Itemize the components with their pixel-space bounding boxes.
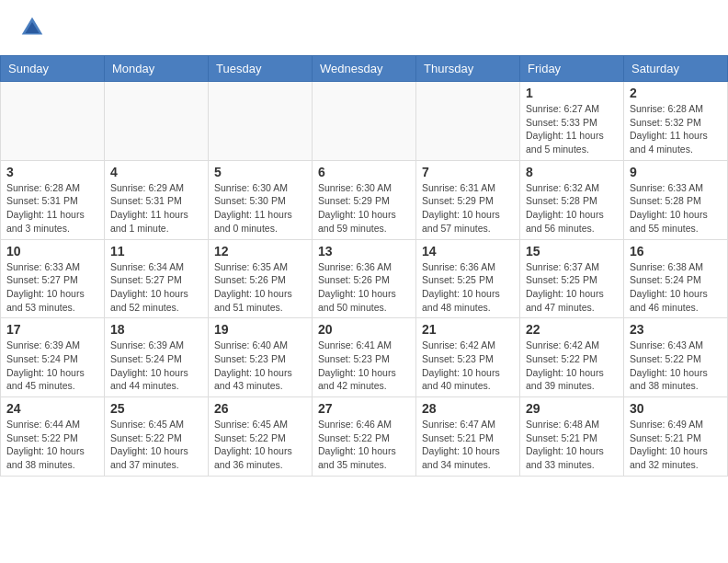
calendar-cell: 21Sunrise: 6:42 AM Sunset: 5:23 PM Dayli… [416,318,520,397]
day-number: 23 [630,322,722,337]
calendar-cell: 8Sunrise: 6:32 AM Sunset: 5:28 PM Daylig… [520,160,624,239]
calendar-cell: 26Sunrise: 6:45 AM Sunset: 5:22 PM Dayli… [209,397,313,477]
day-number: 12 [214,244,306,259]
logo [18,14,50,41]
calendar-cell: 28Sunrise: 6:47 AM Sunset: 5:21 PM Dayli… [416,397,520,477]
calendar-cell [209,82,313,161]
day-info: Sunrise: 6:33 AM Sunset: 5:28 PM Dayligh… [630,181,722,236]
calendar-cell [105,82,209,161]
week-row-5: 24Sunrise: 6:44 AM Sunset: 5:22 PM Dayli… [1,397,728,477]
day-info: Sunrise: 6:42 AM Sunset: 5:23 PM Dayligh… [422,339,514,393]
day-info: Sunrise: 6:39 AM Sunset: 5:24 PM Dayligh… [110,339,202,393]
day-number: 7 [422,165,514,179]
calendar-cell: 13Sunrise: 6:36 AM Sunset: 5:26 PM Dayli… [313,239,416,318]
day-number: 8 [526,165,618,179]
day-number: 30 [630,401,722,416]
day-info: Sunrise: 6:39 AM Sunset: 5:24 PM Dayligh… [6,339,98,393]
day-number: 17 [6,322,98,337]
header-thursday: Thursday [416,56,520,82]
day-number: 3 [6,165,98,179]
calendar-cell: 17Sunrise: 6:39 AM Sunset: 5:24 PM Dayli… [1,318,105,397]
week-row-1: 1Sunrise: 6:27 AM Sunset: 5:33 PM Daylig… [1,82,728,161]
calendar-cell: 24Sunrise: 6:44 AM Sunset: 5:22 PM Dayli… [1,397,105,477]
day-info: Sunrise: 6:28 AM Sunset: 5:32 PM Dayligh… [630,102,722,156]
calendar-cell: 16Sunrise: 6:38 AM Sunset: 5:24 PM Dayli… [624,239,728,318]
day-info: Sunrise: 6:42 AM Sunset: 5:22 PM Dayligh… [526,339,618,393]
day-info: Sunrise: 6:32 AM Sunset: 5:28 PM Dayligh… [526,181,618,236]
calendar: SundayMondayTuesdayWednesdayThursdayFrid… [0,55,728,477]
day-number: 28 [422,401,514,416]
day-info: Sunrise: 6:35 AM Sunset: 5:26 PM Dayligh… [214,260,306,315]
day-info: Sunrise: 6:41 AM Sunset: 5:23 PM Dayligh… [318,339,410,393]
day-info: Sunrise: 6:49 AM Sunset: 5:21 PM Dayligh… [630,418,722,472]
day-number: 5 [214,165,306,179]
calendar-cell: 18Sunrise: 6:39 AM Sunset: 5:24 PM Dayli… [105,318,209,397]
header-tuesday: Tuesday [209,56,313,82]
day-info: Sunrise: 6:43 AM Sunset: 5:22 PM Dayligh… [630,339,722,393]
day-info: Sunrise: 6:29 AM Sunset: 5:31 PM Dayligh… [110,181,202,236]
day-number: 1 [526,86,618,100]
calendar-cell: 23Sunrise: 6:43 AM Sunset: 5:22 PM Dayli… [624,318,728,397]
day-info: Sunrise: 6:27 AM Sunset: 5:33 PM Dayligh… [526,102,618,156]
day-number: 14 [422,244,514,259]
day-number: 24 [6,401,98,416]
calendar-cell: 29Sunrise: 6:48 AM Sunset: 5:21 PM Dayli… [520,397,624,477]
day-number: 6 [318,165,410,179]
day-info: Sunrise: 6:38 AM Sunset: 5:24 PM Dayligh… [630,260,722,315]
calendar-cell: 6Sunrise: 6:30 AM Sunset: 5:29 PM Daylig… [313,160,416,239]
calendar-cell: 11Sunrise: 6:34 AM Sunset: 5:27 PM Dayli… [105,239,209,318]
day-number: 18 [110,322,202,337]
day-number: 13 [318,244,410,259]
day-info: Sunrise: 6:48 AM Sunset: 5:21 PM Dayligh… [526,418,618,472]
calendar-cell: 19Sunrise: 6:40 AM Sunset: 5:23 PM Dayli… [209,318,313,397]
day-info: Sunrise: 6:30 AM Sunset: 5:30 PM Dayligh… [214,181,306,236]
day-number: 16 [630,244,722,259]
day-info: Sunrise: 6:36 AM Sunset: 5:25 PM Dayligh… [422,260,514,315]
day-number: 29 [526,401,618,416]
day-number: 21 [422,322,514,337]
calendar-cell: 27Sunrise: 6:46 AM Sunset: 5:22 PM Dayli… [313,397,416,477]
day-number: 22 [526,322,618,337]
day-number: 4 [110,165,202,179]
calendar-cell: 9Sunrise: 6:33 AM Sunset: 5:28 PM Daylig… [624,160,728,239]
calendar-cell: 1Sunrise: 6:27 AM Sunset: 5:33 PM Daylig… [520,82,624,161]
header-wednesday: Wednesday [313,56,416,82]
week-row-3: 10Sunrise: 6:33 AM Sunset: 5:27 PM Dayli… [1,239,728,318]
calendar-cell: 7Sunrise: 6:31 AM Sunset: 5:29 PM Daylig… [416,160,520,239]
week-row-4: 17Sunrise: 6:39 AM Sunset: 5:24 PM Dayli… [1,318,728,397]
week-row-2: 3Sunrise: 6:28 AM Sunset: 5:31 PM Daylig… [1,160,728,239]
calendar-cell: 15Sunrise: 6:37 AM Sunset: 5:25 PM Dayli… [520,239,624,318]
day-info: Sunrise: 6:40 AM Sunset: 5:23 PM Dayligh… [214,339,306,393]
calendar-cell: 22Sunrise: 6:42 AM Sunset: 5:22 PM Dayli… [520,318,624,397]
day-number: 25 [110,401,202,416]
day-info: Sunrise: 6:44 AM Sunset: 5:22 PM Dayligh… [6,418,98,472]
header-monday: Monday [105,56,209,82]
calendar-cell: 10Sunrise: 6:33 AM Sunset: 5:27 PM Dayli… [1,239,105,318]
day-info: Sunrise: 6:46 AM Sunset: 5:22 PM Dayligh… [318,418,410,472]
day-info: Sunrise: 6:37 AM Sunset: 5:25 PM Dayligh… [526,260,618,315]
day-info: Sunrise: 6:45 AM Sunset: 5:22 PM Dayligh… [214,418,306,472]
day-info: Sunrise: 6:33 AM Sunset: 5:27 PM Dayligh… [6,260,98,315]
day-info: Sunrise: 6:30 AM Sunset: 5:29 PM Dayligh… [318,181,410,236]
day-number: 2 [630,86,722,100]
day-number: 19 [214,322,306,337]
calendar-cell: 2Sunrise: 6:28 AM Sunset: 5:32 PM Daylig… [624,82,728,161]
calendar-cell [1,82,105,161]
day-info: Sunrise: 6:36 AM Sunset: 5:26 PM Dayligh… [318,260,410,315]
header-friday: Friday [520,56,624,82]
day-info: Sunrise: 6:28 AM Sunset: 5:31 PM Dayligh… [6,181,98,236]
calendar-cell [416,82,520,161]
calendar-cell: 20Sunrise: 6:41 AM Sunset: 5:23 PM Dayli… [313,318,416,397]
calendar-cell: 25Sunrise: 6:45 AM Sunset: 5:22 PM Dayli… [105,397,209,477]
calendar-cell: 30Sunrise: 6:49 AM Sunset: 5:21 PM Dayli… [624,397,728,477]
day-number: 9 [630,165,722,179]
calendar-cell: 14Sunrise: 6:36 AM Sunset: 5:25 PM Dayli… [416,239,520,318]
header-saturday: Saturday [624,56,728,82]
calendar-cell: 5Sunrise: 6:30 AM Sunset: 5:30 PM Daylig… [209,160,313,239]
day-number: 26 [214,401,306,416]
day-info: Sunrise: 6:47 AM Sunset: 5:21 PM Dayligh… [422,418,514,472]
calendar-cell [313,82,416,161]
day-number: 11 [110,244,202,259]
day-info: Sunrise: 6:34 AM Sunset: 5:27 PM Dayligh… [110,260,202,315]
day-info: Sunrise: 6:31 AM Sunset: 5:29 PM Dayligh… [422,181,514,236]
